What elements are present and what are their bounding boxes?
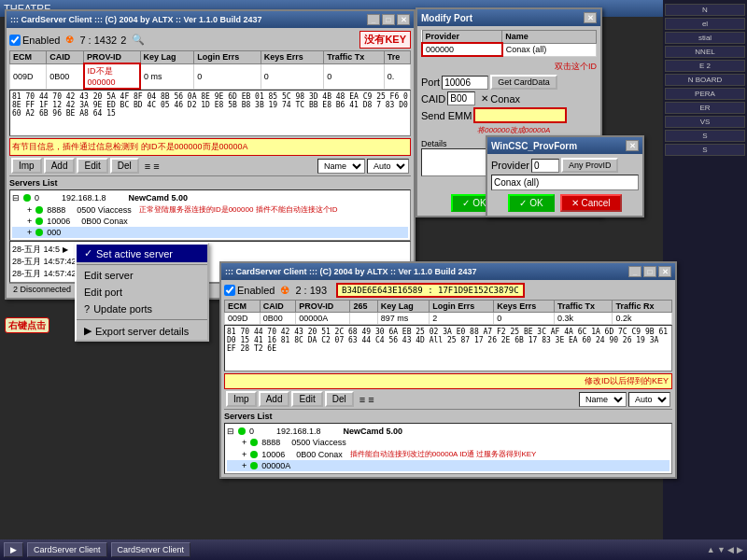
cs2-table-row[interactable]: 009D 0B00 00000A 897 ms 2 0 0.3k 0.2k: [225, 313, 672, 325]
ctx-update-ports[interactable]: ? Update ports: [77, 301, 207, 317]
mp-provider-row[interactable]: 000000 Conax (all): [422, 43, 597, 56]
del-btn[interactable]: Del: [110, 158, 139, 174]
tre-col-header: Tre: [384, 51, 410, 64]
cs2-server-3[interactable]: + 00000A: [227, 460, 669, 471]
provid-col-header: PROV-ID: [84, 51, 140, 64]
cs1-minimize[interactable]: _: [367, 14, 380, 25]
taskbar-cs2[interactable]: CardServer Client: [111, 542, 191, 557]
mp-provider-table: Provider Name 000000 Conax (all): [421, 30, 597, 57]
add-btn[interactable]: Add: [44, 158, 76, 174]
cs2-top-row: Enabled ☢ 2 : 193 B34DE6E643E16589 : 17F…: [224, 283, 672, 298]
wincsc-cancel-label: Cancel: [581, 198, 610, 208]
cs2-dot-2: [250, 451, 258, 458]
name-dropdown[interactable]: Name: [317, 159, 365, 174]
cs2-close[interactable]: ✕: [658, 266, 671, 277]
cs1-maximize[interactable]: □: [382, 14, 395, 25]
cs2-minimize[interactable]: _: [628, 266, 641, 277]
cs2-keylag-cell: 897 ms: [377, 313, 430, 325]
cs2-name-dropdown[interactable]: Name: [579, 392, 627, 407]
cardserver1-title-bar[interactable]: ::: CardServer Client ::: (C) 2004 by AL…: [7, 11, 414, 28]
table-row[interactable]: 009D 0B00 ID不是000000 0 ms 0 0 0 0.: [10, 63, 411, 89]
cs2-add-btn[interactable]: Add: [259, 391, 290, 407]
cs2-enabled-checkbox[interactable]: [224, 285, 235, 296]
wincsc-close[interactable]: ✕: [626, 140, 639, 151]
wincsc-anyprovid-btn[interactable]: Any ProvID: [561, 158, 619, 173]
cs2-lerr-col: Login Errs: [430, 301, 494, 313]
cs1-enabled-checkbox[interactable]: [9, 35, 21, 46]
cs2-del-btn[interactable]: Del: [325, 391, 354, 407]
cs1-close[interactable]: ✕: [397, 14, 410, 25]
cs2-dot-3: [250, 462, 258, 469]
context-menu: ✓ Set active server Edit server Edit por…: [75, 243, 209, 342]
ctx-export[interactable]: ▶ Export server details: [77, 322, 207, 340]
mp-caid-input[interactable]: [447, 91, 475, 105]
wincsc-conax-display: Conax (all): [491, 175, 639, 190]
ecm-cell: 009D: [10, 63, 47, 89]
wincsc-cancel-icon: ✕: [571, 198, 579, 208]
cs2-dot-0: [238, 427, 246, 435]
side-stial: stial: [665, 32, 745, 44]
cs2-enabled-label: Enabled: [237, 285, 275, 296]
cs1-enabled-label: Enabled: [22, 35, 60, 46]
wincsc-ok-btn[interactable]: ✓ OK: [508, 194, 554, 212]
mp-name-val: Conax (all): [502, 43, 597, 56]
ctx-edit-port[interactable]: Edit port: [77, 284, 207, 301]
mp-sendemm-label: Send EMM: [421, 110, 472, 121]
cs2-edit-btn[interactable]: Edit: [291, 391, 322, 407]
cs1-status: 2 Disconnected: [13, 285, 71, 294]
cs1-ecm-table: ECM CAID PROV-ID Key Lag Login Errs Keys…: [9, 50, 411, 90]
cs1-time: 7 : 1432: [79, 35, 117, 46]
status-dot-0: [23, 194, 31, 202]
server-item-2: + 10006 0B00 Conax: [12, 216, 408, 227]
cs2-keylag-col: Key Lag: [377, 301, 430, 313]
wincsc-provider-input[interactable]: [531, 159, 559, 173]
export-icon: ▶: [84, 325, 92, 337]
edit-btn[interactable]: Edit: [77, 158, 107, 174]
wincsc-cancel-btn[interactable]: ✕ Cancel: [560, 194, 622, 212]
ctx-set-active[interactable]: ✓ Set active server: [77, 245, 207, 262]
side-nboard: N BOARD: [665, 74, 745, 86]
mp-provider-header: Provider: [422, 31, 502, 44]
ecm-col-header: ECM: [10, 51, 47, 64]
question-icon: ?: [84, 303, 90, 315]
side-el: el: [665, 18, 745, 30]
start-btn[interactable]: ▶: [4, 542, 23, 557]
taskbar-cs1[interactable]: CardServer Client: [27, 542, 107, 557]
cs2-provid-cell: 00000A: [296, 313, 350, 325]
cs2-toolbar: Imp Add Edit Del ≡ ≡ Name Auto: [224, 389, 672, 410]
keylag-cell: 0 ms: [140, 63, 194, 89]
server-item-3[interactable]: + 000: [12, 227, 408, 238]
cs2-title-bar[interactable]: ::: CardServer Client ::: (C) 2004 by AL…: [221, 263, 675, 280]
imp-btn[interactable]: Imp: [11, 158, 42, 174]
ctx-edit-server-label: Edit server: [84, 270, 134, 281]
cs2-provid-col: PROV-ID: [296, 301, 350, 313]
tre-cell: 0.: [384, 63, 410, 89]
cs2-imp-btn[interactable]: Imp: [226, 391, 257, 407]
side-vs: VS: [665, 116, 745, 128]
mp-close[interactable]: ✕: [584, 12, 597, 23]
ctx-edit-server[interactable]: Edit server: [77, 267, 207, 284]
cs1-nokey-label: 没有KEY: [359, 31, 411, 49]
wincsc-title[interactable]: WinCSC_ProvForm ✕: [487, 137, 642, 154]
wincsc-content: Provider Any ProvID Conax (all) ✓ OK ✕ C…: [487, 154, 642, 216]
cs2-annotation-2: 插件能自动连接到改过的00000A ID通 过服务器得到KEY: [350, 449, 537, 459]
cs2-caid-cell: 0B00: [260, 313, 295, 325]
mp-emm-input[interactable]: [473, 107, 567, 123]
expand-icon-0: ⊟: [12, 193, 20, 203]
wincsc-provider-label: Provider: [491, 160, 529, 171]
modify-port-title[interactable]: Modify Port ✕: [417, 9, 600, 26]
caid-cell: 0B00: [47, 63, 84, 89]
cs2-auto-dropdown[interactable]: Auto: [628, 392, 670, 407]
mp-emm-hint: 将000000改成00000A: [477, 125, 597, 135]
cs2-maximize[interactable]: □: [643, 266, 656, 277]
cs2-port-3: 00000A: [261, 461, 290, 470]
ctx-update-ports-label: Update ports: [93, 303, 152, 315]
cs1-taskbar-label: CardServer Client: [34, 545, 101, 554]
mp-port-input[interactable]: [442, 76, 488, 90]
side-er: ER: [665, 102, 745, 114]
cs2-expand-2: +: [242, 450, 247, 459]
wincsc-ok-label: OK: [529, 198, 543, 208]
mp-getcarddata-btn[interactable]: Get CardData: [490, 75, 557, 90]
auto-dropdown[interactable]: Auto: [367, 159, 409, 174]
cardserver1-title: ::: CardServer Client ::: (C) 2004 by AL…: [10, 15, 262, 24]
